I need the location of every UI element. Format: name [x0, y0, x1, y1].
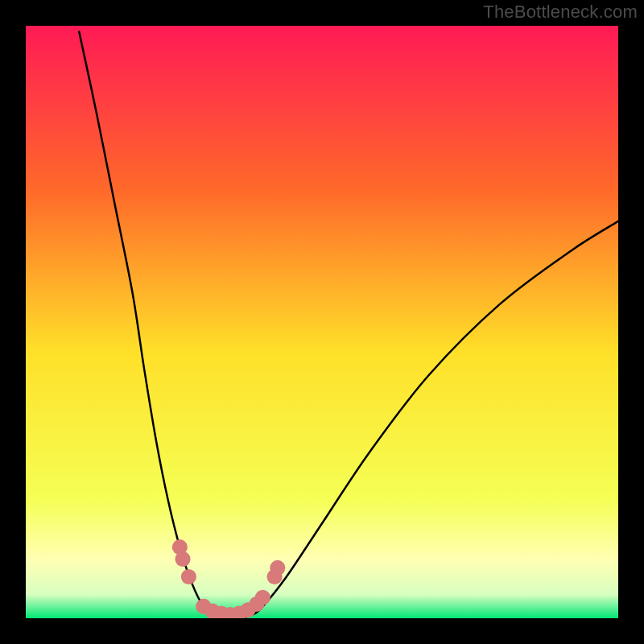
chart-background [26, 26, 618, 618]
chart-frame: TheBottleneck.com [0, 0, 644, 644]
highlight-points [181, 569, 196, 584]
highlight-points [175, 551, 190, 567]
highlight-points [270, 560, 285, 576]
bottleneck-plot [26, 26, 618, 618]
plot-area [26, 26, 618, 618]
watermark-label: TheBottleneck.com [483, 2, 638, 23]
highlight-points [255, 590, 270, 605]
